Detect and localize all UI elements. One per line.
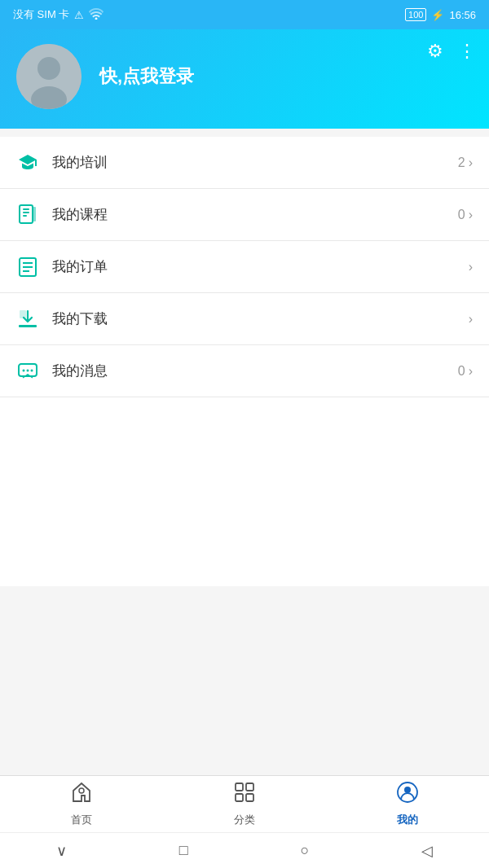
nav-category[interactable]: 分类 — [217, 776, 272, 832]
header-actions: ⚙ ⋮ — [427, 41, 476, 62]
nav-home[interactable]: 首页 — [54, 776, 109, 832]
sys-square-btn[interactable]: □ — [163, 835, 205, 866]
menu-item-order[interactable]: 我的订单 › — [0, 241, 489, 293]
content-spacer — [0, 586, 489, 775]
sys-back-btn[interactable]: ∨ — [40, 835, 83, 866]
svg-rect-22 — [246, 794, 253, 801]
svg-rect-20 — [246, 783, 253, 791]
nav-mine[interactable]: 我的 — [380, 776, 435, 832]
download-label: 我的下载 — [52, 309, 465, 328]
charging-icon: ⚡ — [431, 9, 444, 21]
home-label: 首页 — [71, 813, 92, 827]
training-icon — [16, 151, 39, 174]
course-badge: 0 — [458, 208, 465, 222]
menu-item-message[interactable]: 我的消息 0 › — [0, 345, 489, 397]
svg-point-16 — [27, 369, 29, 371]
training-badge: 2 — [458, 156, 465, 170]
svg-rect-21 — [236, 794, 243, 801]
sys-triangle-btn[interactable]: ◁ — [405, 835, 449, 866]
order-arrow: › — [469, 260, 473, 274]
settings-icon[interactable]: ⚙ — [427, 41, 443, 62]
avatar[interactable] — [16, 44, 82, 109]
signal-icon: ⚠ — [74, 9, 84, 21]
svg-rect-13 — [20, 310, 26, 318]
svg-rect-7 — [33, 207, 36, 221]
message-label: 我的消息 — [52, 362, 458, 380]
sys-nav-bar: ∨ □ ○ ◁ — [0, 832, 489, 868]
svg-rect-6 — [23, 215, 27, 217]
menu-item-training[interactable]: 我的培训 2 › — [0, 137, 489, 189]
bottom-nav: 首页 分类 我的 — [0, 775, 489, 832]
download-icon — [16, 308, 39, 331]
menu-item-course[interactable]: 我的课程 0 › — [0, 189, 489, 241]
login-prompt[interactable]: 快,点我登录 — [99, 64, 473, 89]
status-right: 100 ⚡ 16:56 — [405, 8, 476, 21]
menu-item-download[interactable]: 我的下载 › — [0, 293, 489, 345]
time-display: 16:56 — [449, 9, 476, 21]
more-icon[interactable]: ⋮ — [458, 41, 476, 62]
svg-point-15 — [23, 369, 25, 371]
order-icon — [16, 256, 39, 278]
status-left: 没有 SIM 卡 ⚠ — [13, 7, 104, 22]
message-arrow: › — [469, 364, 473, 379]
message-icon — [16, 360, 39, 383]
battery-icon: 100 — [405, 8, 426, 21]
course-icon — [16, 204, 39, 226]
course-label: 我的课程 — [52, 205, 458, 224]
training-arrow: › — [469, 156, 473, 170]
mine-icon — [396, 781, 419, 809]
svg-point-17 — [31, 369, 33, 371]
svg-point-18 — [79, 788, 84, 793]
wifi-icon — [89, 8, 104, 22]
training-label: 我的培训 — [52, 153, 458, 172]
svg-rect-12 — [19, 325, 37, 327]
category-icon — [233, 781, 256, 809]
category-label: 分类 — [234, 813, 255, 827]
svg-rect-3 — [20, 205, 33, 223]
svg-point-1 — [37, 57, 60, 80]
mine-label: 我的 — [397, 813, 418, 827]
svg-rect-4 — [23, 208, 29, 210]
menu-list: 我的培训 2 › 我的课程 0 › 我的订单 — [0, 137, 489, 586]
sim-status: 没有 SIM 卡 — [13, 7, 69, 22]
course-arrow: › — [469, 208, 473, 222]
status-bar: 没有 SIM 卡 ⚠ 100 ⚡ 16:56 — [0, 0, 489, 29]
svg-rect-19 — [236, 783, 243, 791]
sys-circle-btn[interactable]: ○ — [284, 835, 325, 866]
svg-point-24 — [404, 787, 411, 793]
svg-rect-5 — [23, 212, 29, 213]
order-label: 我的订单 — [52, 257, 465, 276]
message-badge: 0 — [458, 364, 465, 379]
profile-header: 快,点我登录 ⚙ ⋮ — [0, 29, 489, 129]
home-icon — [70, 781, 93, 809]
download-arrow: › — [469, 312, 473, 327]
